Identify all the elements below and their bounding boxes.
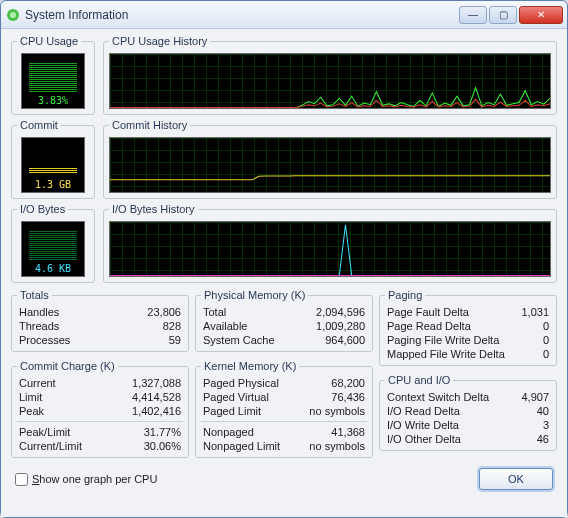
cpuio-legend: CPU and I/O bbox=[385, 374, 453, 386]
kernel-legend: Kernel Memory (K) bbox=[201, 360, 299, 372]
ci-cs-value: 4,907 bbox=[521, 390, 549, 404]
km-pl-value: no symbols bbox=[309, 404, 365, 418]
cpu-history-legend: CPU Usage History bbox=[109, 35, 210, 47]
cpu-usage-meter: 3.83% bbox=[21, 53, 85, 109]
km-np-label: Nonpaged bbox=[203, 425, 254, 439]
processes-value: 59 bbox=[169, 333, 181, 347]
kernel-box: Kernel Memory (K) Paged Physical68,200 P… bbox=[195, 360, 373, 458]
ci-io-value: 46 bbox=[537, 432, 549, 446]
io-meter-box: I/O Bytes 4.6 KB bbox=[11, 203, 95, 283]
pg-mw-value: 0 bbox=[543, 347, 549, 361]
commit-history-box: Commit History bbox=[103, 119, 557, 199]
threads-value: 828 bbox=[163, 319, 181, 333]
titlebar[interactable]: System Information — ▢ ✕ bbox=[1, 1, 567, 29]
cc-peaklimit-label: Peak/Limit bbox=[19, 425, 70, 439]
commit-history-legend: Commit History bbox=[109, 119, 190, 131]
ok-button[interactable]: OK bbox=[479, 468, 553, 490]
io-value: 4.6 KB bbox=[22, 263, 84, 274]
cc-current-value: 1,327,088 bbox=[132, 376, 181, 390]
ci-ir-value: 40 bbox=[537, 404, 549, 418]
pg-pr-value: 0 bbox=[543, 319, 549, 333]
cc-curlimit-value: 30.06% bbox=[144, 439, 181, 453]
handles-value: 23,806 bbox=[147, 305, 181, 319]
cpu-history-box: CPU Usage History bbox=[103, 35, 557, 115]
ci-ir-label: I/O Read Delta bbox=[387, 404, 460, 418]
content-area: CPU Usage 3.83% CPU Usage History Commit bbox=[1, 29, 567, 517]
km-pl-label: Paged Limit bbox=[203, 404, 261, 418]
commit-charge-box: Commit Charge (K) Current1,327,088 Limit… bbox=[11, 360, 189, 458]
totals-box: Totals Handles23,806 Threads828 Processe… bbox=[11, 289, 189, 352]
km-nl-label: Nonpaged Limit bbox=[203, 439, 280, 453]
show-one-graph-label[interactable]: Show one graph per CPU bbox=[32, 473, 157, 485]
pm-avail-label: Available bbox=[203, 319, 247, 333]
pg-pw-label: Paging File Write Delta bbox=[387, 333, 499, 347]
cpu-usage-value: 3.83% bbox=[22, 95, 84, 106]
ci-iw-value: 3 bbox=[543, 418, 549, 432]
km-pv-label: Paged Virtual bbox=[203, 390, 269, 404]
pm-avail-value: 1,009,280 bbox=[316, 319, 365, 333]
handles-label: Handles bbox=[19, 305, 59, 319]
commit-charge-legend: Commit Charge (K) bbox=[17, 360, 118, 372]
commit-meter-box: Commit 1.3 GB bbox=[11, 119, 95, 199]
cpu-history-graph bbox=[109, 53, 551, 109]
ci-iw-label: I/O Write Delta bbox=[387, 418, 459, 432]
io-meter: 4.6 KB bbox=[21, 221, 85, 277]
pg-pf-value: 1,031 bbox=[521, 305, 549, 319]
system-information-window: System Information — ▢ ✕ CPU Usage 3.83%… bbox=[0, 0, 568, 518]
physmem-box: Physical Memory (K) Total2,094,596 Avail… bbox=[195, 289, 373, 352]
processes-label: Processes bbox=[19, 333, 70, 347]
cc-peak-label: Peak bbox=[19, 404, 44, 418]
cpu-usage-meter-box: CPU Usage 3.83% bbox=[11, 35, 95, 115]
io-history-graph bbox=[109, 221, 551, 277]
cpu-usage-legend: CPU Usage bbox=[17, 35, 81, 47]
svg-point-1 bbox=[10, 12, 16, 18]
pg-mw-label: Mapped File Write Delta bbox=[387, 347, 505, 361]
io-history-box: I/O Bytes History bbox=[103, 203, 557, 283]
show-one-graph-checkbox[interactable] bbox=[15, 473, 28, 486]
pm-total-label: Total bbox=[203, 305, 226, 319]
app-icon bbox=[5, 7, 21, 23]
close-button[interactable]: ✕ bbox=[519, 6, 563, 24]
cc-limit-value: 4,414,528 bbox=[132, 390, 181, 404]
km-pp-label: Paged Physical bbox=[203, 376, 279, 390]
pg-pw-value: 0 bbox=[543, 333, 549, 347]
km-nl-value: no symbols bbox=[309, 439, 365, 453]
pm-cache-label: System Cache bbox=[203, 333, 275, 347]
minimize-button[interactable]: — bbox=[459, 6, 487, 24]
pm-cache-value: 964,600 bbox=[325, 333, 365, 347]
totals-legend: Totals bbox=[17, 289, 52, 301]
threads-label: Threads bbox=[19, 319, 59, 333]
io-history-legend: I/O Bytes History bbox=[109, 203, 198, 215]
cpuio-box: CPU and I/O Context Switch Delta4,907 I/… bbox=[379, 374, 557, 451]
window-title: System Information bbox=[25, 8, 459, 22]
ci-cs-label: Context Switch Delta bbox=[387, 390, 489, 404]
commit-history-graph bbox=[109, 137, 551, 193]
cc-curlimit-label: Current/Limit bbox=[19, 439, 82, 453]
km-np-value: 41,368 bbox=[331, 425, 365, 439]
cc-peak-value: 1,402,416 bbox=[132, 404, 181, 418]
commit-value: 1.3 GB bbox=[22, 179, 84, 190]
io-legend: I/O Bytes bbox=[17, 203, 68, 215]
ci-io-label: I/O Other Delta bbox=[387, 432, 461, 446]
km-pv-value: 76,436 bbox=[331, 390, 365, 404]
pg-pr-label: Page Read Delta bbox=[387, 319, 471, 333]
cc-peaklimit-value: 31.77% bbox=[144, 425, 181, 439]
commit-legend: Commit bbox=[17, 119, 61, 131]
pm-total-value: 2,094,596 bbox=[316, 305, 365, 319]
paging-legend: Paging bbox=[385, 289, 425, 301]
pg-pf-label: Page Fault Delta bbox=[387, 305, 469, 319]
physmem-legend: Physical Memory (K) bbox=[201, 289, 308, 301]
km-pp-value: 68,200 bbox=[331, 376, 365, 390]
paging-box: Paging Page Fault Delta1,031 Page Read D… bbox=[379, 289, 557, 366]
cc-current-label: Current bbox=[19, 376, 56, 390]
maximize-button[interactable]: ▢ bbox=[489, 6, 517, 24]
commit-meter: 1.3 GB bbox=[21, 137, 85, 193]
cc-limit-label: Limit bbox=[19, 390, 42, 404]
